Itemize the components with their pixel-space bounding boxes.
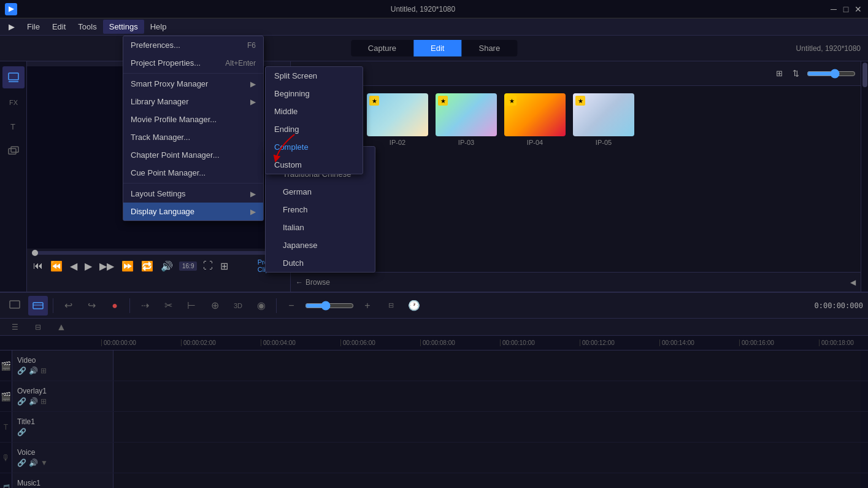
language-japanese[interactable]: Japanese — [266, 236, 375, 254]
menu-preferences[interactable]: Preferences... F6 — [123, 36, 263, 54]
zoom-button[interactable]: ⊞ — [219, 259, 229, 273]
menu-layout-settings[interactable]: Layout Settings ▶ — [123, 185, 263, 203]
language-italian[interactable]: Italian — [266, 219, 375, 236]
beginning-item[interactable]: Beginning — [266, 85, 363, 103]
menu-movie-profile[interactable]: Movie Profile Manager... — [123, 110, 263, 128]
fullscreen-button[interactable]: ⛶ — [202, 259, 214, 273]
share-button[interactable]: Share — [461, 40, 517, 56]
reverse-button[interactable]: ◀ — [69, 259, 79, 273]
track-content-music1[interactable] — [113, 473, 861, 488]
collapse-btn[interactable]: ◀ — [850, 278, 856, 287]
menu-logo[interactable]: ▶ — [2, 20, 21, 34]
add-track-btn[interactable]: ▲ — [52, 317, 71, 337]
layout-settings-arrow: ▶ — [250, 190, 256, 198]
menu-cue-point[interactable]: Cue Point Manager... — [123, 164, 263, 182]
overlay-icon-btn[interactable] — [2, 140, 25, 162]
volume-icon-video[interactable]: 🔊 — [29, 366, 38, 375]
forward-button[interactable]: ▶▶ — [98, 259, 115, 273]
3d-btn[interactable]: 3D — [228, 296, 248, 316]
list-item[interactable]: ★ IP-02 — [367, 93, 428, 265]
custom-item[interactable]: Custom — [266, 156, 363, 174]
menu-smart-proxy[interactable]: Smart Proxy Manager ▶ — [123, 75, 263, 93]
link-icon-title1[interactable]: 🔗 — [17, 428, 26, 436]
text-icon-btn[interactable]: T — [2, 115, 25, 137]
list-item[interactable]: ★ IP-03 — [436, 93, 497, 265]
sort-btn[interactable]: ⇅ — [790, 66, 802, 80]
volume-button[interactable]: 🔊 — [159, 259, 174, 273]
language-french[interactable]: French — [266, 201, 375, 219]
split-screen-item[interactable]: Split Screen — [266, 67, 363, 85]
redo-button[interactable]: ↪ — [82, 296, 101, 316]
close-button[interactable]: ✕ — [853, 4, 863, 14]
track-content-voice[interactable] — [113, 443, 861, 473]
menu-tools[interactable]: Tools — [72, 20, 102, 34]
track-vscroll-title1 — [861, 412, 868, 442]
prev-frame-button[interactable]: ⏪ — [49, 259, 64, 273]
ending-item[interactable]: Ending — [266, 120, 363, 138]
svg-text:T: T — [10, 122, 15, 131]
menu-library-manager[interactable]: Library Manager ▶ — [123, 93, 263, 110]
zoom-fit-btn[interactable]: ⊟ — [381, 296, 401, 316]
view-toggle-btn[interactable]: ⊞ — [774, 66, 785, 80]
media-thumbnail-ip05: ★ — [573, 93, 634, 136]
menu-edit[interactable]: Edit — [46, 20, 72, 34]
capture-button[interactable]: Capture — [351, 40, 413, 56]
timeline-scrubber[interactable] — [32, 251, 285, 255]
scrubber-thumb[interactable] — [32, 250, 38, 256]
language-dutch[interactable]: Dutch — [266, 254, 375, 272]
play-button[interactable]: ▶ — [83, 259, 93, 273]
track-content-video[interactable] — [113, 351, 861, 381]
menu-display-language[interactable]: Display Language ▶ — [123, 203, 263, 220]
undo-button[interactable]: ↩ — [58, 296, 78, 316]
titlebar-controls[interactable]: ─ □ ✕ — [829, 4, 863, 14]
list-item[interactable]: ★ IP-05 — [573, 93, 634, 265]
zoom-slider[interactable] — [807, 69, 856, 79]
menu-file[interactable]: File — [21, 20, 46, 34]
timeline-media-btn[interactable] — [5, 296, 25, 316]
link-icon-voice[interactable]: 🔗 — [17, 459, 26, 467]
timeline-zoom-slider[interactable] — [305, 301, 354, 311]
media-vscroll[interactable] — [861, 61, 868, 292]
mix-btn[interactable]: ⊕ — [205, 296, 225, 316]
volume-icon-voice[interactable]: 🔊 — [29, 459, 38, 467]
smart-trim-btn[interactable]: ✂ — [158, 296, 178, 316]
grid-icon-overlay1[interactable]: ⊞ — [40, 397, 47, 406]
menu-project-props[interactable]: Project Properties... Alt+Enter — [123, 54, 263, 72]
language-german[interactable]: German — [266, 183, 375, 201]
track-row: 🎵 Music1 🔗 🔊 ▼ — [0, 473, 868, 488]
record-btn[interactable]: ● — [105, 296, 125, 316]
grid-icon-video[interactable]: ⊞ — [40, 366, 47, 375]
list-item[interactable]: ★ IP-04 — [504, 93, 566, 265]
zoom-in-btn[interactable]: + — [358, 296, 377, 316]
track-content-overlay1[interactable] — [113, 381, 861, 411]
rewind-button[interactable]: ⏮ — [32, 259, 44, 273]
fast-forward-button[interactable]: ⏩ — [120, 259, 135, 273]
split-btn[interactable]: ⊢ — [182, 296, 201, 316]
minimize-button[interactable]: ─ — [829, 4, 839, 14]
titlebar-title: Untitled, 1920*1080 — [391, 5, 455, 14]
ripple-btn[interactable]: ⇢ — [135, 296, 155, 316]
mask-btn[interactable]: ◉ — [252, 296, 271, 316]
track-content-title1[interactable] — [113, 412, 861, 442]
browse-label[interactable]: Browse — [305, 278, 330, 287]
clock-btn[interactable]: 🕐 — [404, 296, 424, 316]
edit-button[interactable]: Edit — [413, 40, 461, 56]
menu-chapter-point[interactable]: Chapter Point Manager... — [123, 146, 263, 164]
link-icon-video[interactable]: 🔗 — [17, 366, 26, 375]
middle-item[interactable]: Middle — [266, 103, 363, 120]
media-icon-btn[interactable] — [2, 66, 25, 88]
zoom-out-btn[interactable]: − — [282, 296, 301, 316]
track-expand-btn[interactable]: ☰ — [5, 317, 25, 337]
fx-icon-btn[interactable]: FX — [2, 91, 25, 113]
timeline-storyboard-btn[interactable] — [28, 296, 48, 316]
volume-icon-overlay1[interactable]: 🔊 — [29, 397, 38, 406]
loop-button[interactable]: 🔁 — [140, 259, 155, 273]
track-collapse-btn[interactable]: ⊟ — [28, 317, 48, 337]
maximize-button[interactable]: □ — [841, 4, 851, 14]
menu-settings[interactable]: Settings — [103, 20, 144, 34]
expand-icon-voice[interactable]: ▼ — [40, 459, 48, 467]
menu-track-manager[interactable]: Track Manager... — [123, 128, 263, 146]
menu-help[interactable]: Help — [144, 20, 173, 34]
complete-item[interactable]: Complete — [266, 138, 363, 156]
link-icon-overlay1[interactable]: 🔗 — [17, 397, 26, 406]
